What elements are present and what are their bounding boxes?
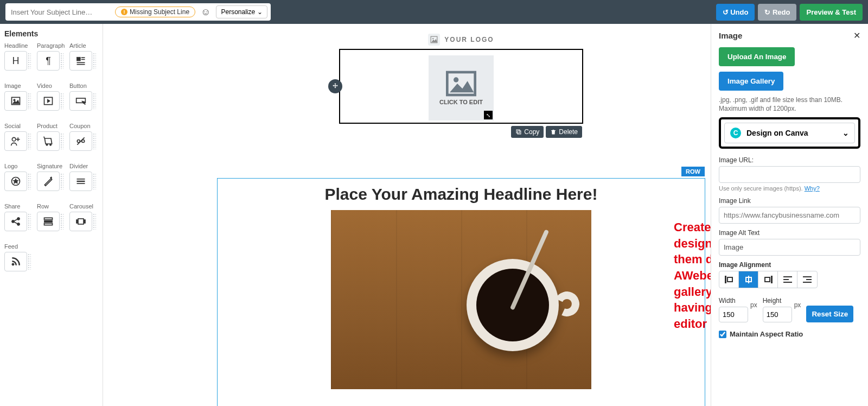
svg-rect-44 [725,276,726,283]
element-carousel[interactable] [69,212,92,231]
image-gallery-button[interactable]: Image Gallery [719,72,783,91]
canva-icon: C [730,128,741,138]
selected-image-block[interactable]: CLICK TO EDIT ⤡ Copy Delete [339,49,583,124]
redo-button[interactable]: ↻ Redo [758,4,796,21]
element-label: Carousel [69,203,100,210]
element-headline[interactable]: H [4,51,27,71]
annotation-text: Create Canva designs and save them direc… [674,219,711,332]
missing-subject-label: Missing Subject Line [130,8,189,16]
warning-icon: ! [121,9,127,15]
align-right-button[interactable] [758,271,778,288]
svg-rect-41 [516,130,520,133]
element-button[interactable] [69,91,92,111]
element-social[interactable] [4,131,27,151]
personalize-button[interactable]: Personalize ⌄ [216,5,267,18]
element-image[interactable] [4,91,27,111]
image-url-input[interactable] [719,166,860,183]
image-link-label: Image Link [719,197,860,205]
email-canvas: YOUR LOGO CLICK TO EDIT ⤡ Copy [103,24,711,406]
element-label: Row [37,203,67,210]
headline-text[interactable]: Place Your Amazing Headline Here! [218,179,705,208]
svg-line-28 [14,222,18,224]
element-label: Share [4,203,35,210]
element-share[interactable] [4,212,27,231]
your-logo-block[interactable]: YOUR LOGO [212,24,711,49]
image-alt-input[interactable] [719,239,860,256]
element-coupon[interactable] [69,131,92,151]
svg-point-39 [454,77,458,82]
element-label: Article [69,42,100,49]
svg-rect-45 [727,277,732,282]
file-hint: .jpg, .png, .gif and file size less than… [719,96,860,113]
image-placeholder[interactable]: CLICK TO EDIT ⤡ [429,55,494,120]
image-link-input[interactable] [719,207,860,224]
close-icon[interactable]: ✕ [853,30,860,41]
maintain-aspect-checkbox[interactable]: Maintain Aspect Ratio [719,330,860,338]
width-input[interactable] [719,307,748,322]
content-image[interactable] [331,210,591,389]
reset-size-button[interactable]: Reset Size [806,306,853,322]
align-center-button[interactable] [739,271,758,288]
height-label: Height [763,297,792,304]
preview-test-button[interactable]: Preview & Test [800,4,863,21]
undo-button[interactable]: ↺ Undo [716,4,755,21]
row-block[interactable]: ROW Place Your Amazing Headline Here! [217,178,705,406]
personalize-label: Personalize [221,8,255,16]
svg-rect-48 [771,276,773,283]
svg-rect-40 [518,131,521,134]
element-row[interactable] [37,212,60,231]
delete-button[interactable]: Delete [546,126,582,138]
image-alignment-label: Image Alignment [719,261,860,269]
element-label: Video [37,83,67,89]
svg-marker-20 [13,179,18,183]
why-link[interactable]: Why? [805,185,820,192]
aspect-label: Maintain Aspect Ratio [730,330,803,338]
svg-point-11 [12,137,16,141]
element-video[interactable] [37,91,60,111]
upload-image-button[interactable]: Upload An Image [719,47,795,66]
element-label: Product [37,123,67,129]
align-text-left-button[interactable] [778,271,797,288]
px-label-1: px [750,301,757,312]
svg-point-14 [46,144,48,145]
px-label-2: px [794,301,801,312]
move-handle-icon[interactable] [328,79,342,93]
logo-placeholder-icon [428,34,440,46]
element-label: Paragraph [37,42,67,49]
subject-input[interactable] [9,6,112,18]
design-on-canva-button[interactable]: C Design on Canva ⌄ [724,123,855,143]
element-signature[interactable] [37,172,60,191]
copy-button[interactable]: Copy [511,126,544,138]
height-input[interactable] [763,307,792,322]
redo-label: Redo [773,8,790,16]
delete-label: Delete [559,128,578,136]
resize-handle-icon[interactable]: ⤡ [484,111,493,119]
element-divider[interactable] [69,172,92,191]
element-logo[interactable] [4,172,27,191]
image-properties-panel: Image ✕ Upload An Image Image Gallery .j… [711,24,868,406]
missing-subject-badge: ! Missing Subject Line [115,7,195,17]
svg-point-35 [12,263,14,265]
svg-rect-34 [84,220,86,224]
secure-hint: Use only secure images (https). Why? [719,185,860,192]
element-label: Signature [37,163,67,169]
svg-rect-30 [44,220,53,222]
aspect-checkbox-input[interactable] [719,331,726,338]
align-left-button[interactable] [719,271,739,288]
canva-label: Design on Canva [746,129,808,137]
topbar: ! Missing Subject Line ☺ Personalize ⌄ ↺… [0,0,868,24]
svg-line-27 [14,219,18,221]
row-tag: ROW [681,167,705,176]
element-label: Divider [69,163,100,169]
element-product[interactable] [37,131,60,151]
emoji-button[interactable]: ☺ [199,7,213,18]
image-url-label: Image URL: [719,156,860,164]
element-article[interactable] [69,51,92,71]
element-paragraph[interactable]: ¶ [37,51,60,71]
element-feed[interactable] [4,252,27,271]
align-text-right-button[interactable] [797,271,817,288]
element-label: Image [4,83,35,89]
canva-highlight-box: C Design on Canva ⌄ [719,117,860,149]
copy-label: Copy [524,128,539,136]
svg-line-18 [77,137,84,144]
